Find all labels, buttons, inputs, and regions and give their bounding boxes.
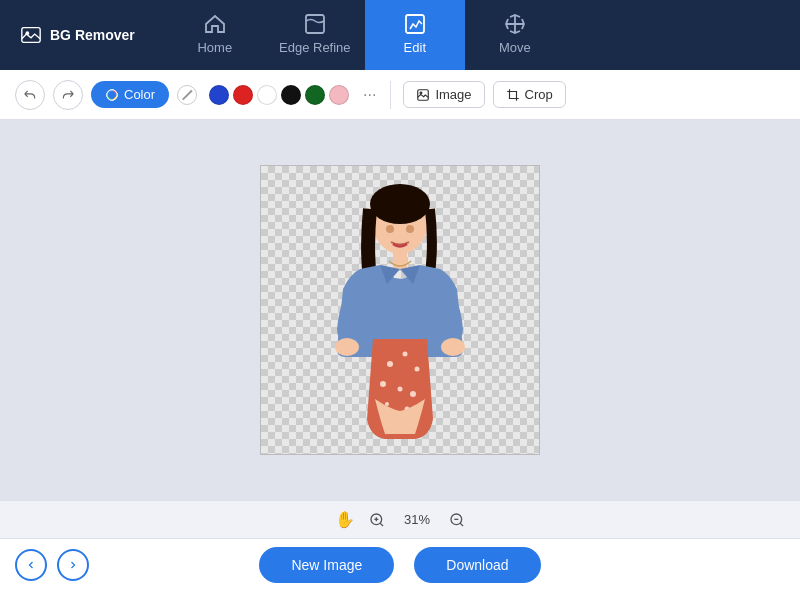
svg-line-28 — [460, 523, 463, 526]
person-figure — [305, 179, 495, 454]
svg-point-19 — [335, 338, 359, 356]
hand-tool-icon[interactable]: ✋ — [335, 510, 355, 529]
tab-edit-label: Edit — [404, 40, 426, 55]
image-icon — [416, 88, 430, 102]
color-button-label: Color — [124, 87, 155, 102]
app-title: BG Remover — [50, 27, 135, 43]
swatch-white[interactable] — [257, 85, 277, 105]
crop-icon — [506, 88, 520, 102]
action-bar: New Image Download — [0, 538, 800, 590]
svg-point-16 — [410, 391, 416, 397]
next-button[interactable] — [57, 549, 89, 581]
nav-tabs: Home Edge Refine Edit Move — [165, 0, 565, 70]
download-button[interactable]: Download — [414, 547, 540, 583]
svg-point-15 — [398, 387, 403, 392]
swatch-dark-green[interactable] — [305, 85, 325, 105]
new-image-label: New Image — [291, 557, 362, 573]
image-button-label: Image — [435, 87, 471, 102]
color-wheel-icon — [105, 88, 119, 102]
tab-edit[interactable]: Edit — [365, 0, 465, 70]
swatch-black[interactable] — [281, 85, 301, 105]
swatch-red[interactable] — [233, 85, 253, 105]
tab-move[interactable]: Move — [465, 0, 565, 70]
canvas-area — [0, 120, 800, 500]
color-swatches — [209, 85, 349, 105]
undo-button[interactable] — [15, 80, 45, 110]
nav-bar: BG Remover Home Edge Refine Edit — [0, 0, 800, 70]
svg-point-7 — [421, 92, 423, 94]
svg-point-17 — [385, 402, 389, 406]
swatch-transparent[interactable] — [177, 85, 197, 105]
zoom-bar: ✋ 31% — [0, 500, 800, 538]
zoom-out-icon — [449, 512, 465, 528]
svg-point-13 — [415, 367, 420, 372]
tab-edge-refine-label: Edge Refine — [279, 40, 351, 55]
zoom-out-button[interactable] — [449, 512, 465, 528]
move-icon — [503, 12, 527, 36]
undo-icon — [23, 88, 37, 102]
image-button[interactable]: Image — [403, 81, 484, 108]
svg-point-11 — [387, 361, 393, 367]
svg-point-5 — [107, 89, 118, 100]
more-colors-label: ··· — [363, 86, 376, 103]
chevron-left-icon — [25, 559, 37, 571]
zoom-in-button[interactable] — [369, 512, 385, 528]
toolbar: Color ··· Image — [0, 70, 800, 120]
action-bar-inner: New Image Download — [0, 547, 800, 583]
swatch-blue[interactable] — [209, 85, 229, 105]
tab-home-label: Home — [197, 40, 232, 55]
redo-icon — [61, 88, 75, 102]
redo-button[interactable] — [53, 80, 83, 110]
svg-line-24 — [380, 523, 383, 526]
crop-button-label: Crop — [525, 87, 553, 102]
edit-icon — [403, 12, 427, 36]
tab-move-label: Move — [499, 40, 531, 55]
action-nav — [15, 549, 89, 581]
new-image-button[interactable]: New Image — [259, 547, 394, 583]
download-label: Download — [446, 557, 508, 573]
app-logo: BG Remover — [20, 24, 135, 46]
logo-icon — [20, 24, 42, 46]
svg-point-14 — [380, 381, 386, 387]
crop-button[interactable]: Crop — [493, 81, 566, 108]
svg-point-12 — [403, 352, 408, 357]
home-icon — [203, 12, 227, 36]
zoom-in-icon — [369, 512, 385, 528]
prev-button[interactable] — [15, 549, 47, 581]
chevron-right-icon — [67, 559, 79, 571]
toolbar-divider — [390, 81, 391, 109]
tab-home[interactable]: Home — [165, 0, 265, 70]
zoom-level: 31% — [399, 512, 435, 527]
image-preview — [260, 165, 540, 455]
color-button[interactable]: Color — [91, 81, 169, 108]
edge-refine-icon — [303, 12, 327, 36]
main-content: Color ··· Image — [0, 70, 800, 590]
svg-rect-2 — [306, 15, 324, 33]
more-colors-button[interactable]: ··· — [361, 86, 378, 104]
svg-point-20 — [441, 338, 465, 356]
tab-edge-refine[interactable]: Edge Refine — [265, 0, 365, 70]
swatch-light-pink[interactable] — [329, 85, 349, 105]
svg-point-21 — [386, 225, 394, 233]
svg-point-22 — [406, 225, 414, 233]
